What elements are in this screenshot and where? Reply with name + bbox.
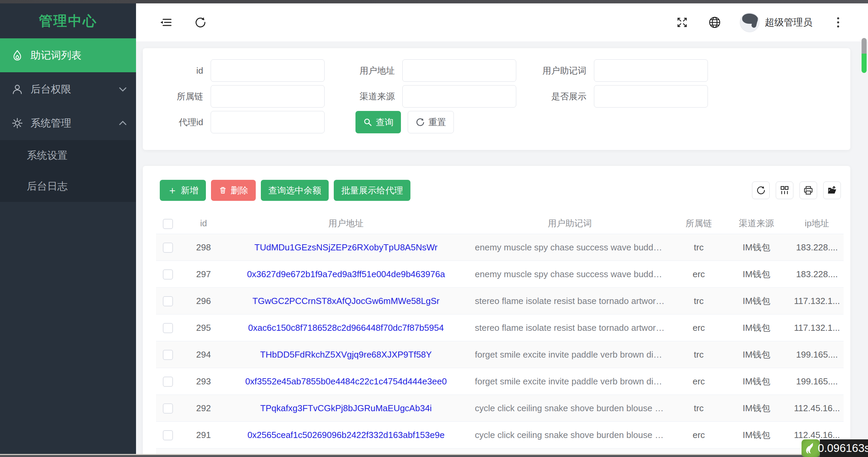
cell-id: 298 [180, 242, 227, 253]
user-address-input[interactable] [402, 59, 516, 82]
cell-channel: IM钱包 [722, 242, 790, 253]
cell-ip: 112.45.16... [790, 403, 844, 414]
query-button[interactable]: 查询 [355, 111, 401, 133]
reset-icon [416, 117, 425, 127]
user-icon [12, 83, 23, 95]
address-link[interactable]: 0x3627d9e672b1f9a7ed9a3ff51e004de9b46397… [247, 269, 445, 279]
cell-id: 291 [180, 430, 227, 440]
row-checkbox[interactable] [163, 269, 173, 280]
chevron-up-icon [118, 119, 127, 127]
scrollbar-thumb-green[interactable] [862, 54, 867, 73]
channel-input[interactable] [402, 85, 516, 108]
chevron-down-icon [118, 85, 127, 93]
reset-button[interactable]: 重置 [408, 111, 454, 133]
query-selected-balance-button[interactable]: 查询选中余额 [261, 180, 329, 201]
cell-ip: 112.45.16... [790, 430, 844, 440]
search-icon [363, 117, 372, 127]
address-link[interactable]: TUdMDu1GEzsNSjZEPz6RXobyTpU8A5NsWr [254, 242, 438, 252]
user-mnemonic-input[interactable] [594, 59, 708, 82]
columns-icon[interactable] [776, 182, 793, 199]
cell-ip: 183.228.... [790, 269, 844, 280]
table-toolbar: ＋ 新增 删除 查询选中余额 批量展示给代理 [143, 166, 850, 201]
address-link[interactable]: 0x2565ceaf1c50269096b2422f332d163abf153e… [247, 430, 444, 440]
address-link[interactable]: TGwGC2PCCrnST8xAfQJocGw6mMWe58LgSr [252, 296, 439, 306]
cell-mnemonic: cycle click ceiling snake shove burden b… [465, 430, 675, 440]
cell-id: 293 [180, 376, 227, 387]
cell-channel: IM钱包 [722, 429, 790, 441]
cell-chain: erc [675, 269, 722, 280]
cell-chain: erc [675, 323, 722, 333]
sidebar-item-label: 助记词列表 [31, 49, 127, 62]
fullscreen-icon[interactable] [675, 16, 689, 29]
avatar[interactable] [740, 13, 759, 32]
agent-id-input[interactable] [211, 111, 325, 133]
cell-id: 295 [180, 323, 227, 333]
row-checkbox[interactable] [163, 430, 173, 440]
app-title: 管理中心 [0, 3, 136, 38]
sidebar-item-mnemonic-list[interactable]: 助记词列表 [0, 38, 136, 72]
row-checkbox[interactable] [163, 377, 173, 387]
address-link[interactable]: THbDD5FdRkchZ5XVgjq9re68XJXP9Tf58Y [260, 349, 432, 360]
cell-channel: IM钱包 [722, 402, 790, 414]
flame-icon [12, 50, 23, 61]
row-checkbox[interactable] [163, 403, 173, 414]
cell-channel: IM钱包 [722, 349, 790, 361]
sidebar-item-backend-permission[interactable]: 后台权限 [0, 72, 136, 106]
row-checkbox[interactable] [163, 243, 173, 253]
kebab-menu-icon[interactable] [831, 16, 845, 29]
header-user-mnemonic: 用户助记词 [465, 217, 675, 229]
cell-ip: 199.165.... [790, 376, 844, 387]
display-input[interactable] [594, 85, 708, 108]
table-row: 292TPqkafxg3FTvCGkPj8bJGRuMaEUgcAb34icyc… [156, 395, 844, 422]
printer-icon[interactable] [799, 182, 817, 199]
delete-button[interactable]: 删除 [211, 180, 256, 201]
sidebar-item-system-settings[interactable]: 系统设置 [0, 140, 136, 171]
page-scrollbar[interactable] [862, 38, 867, 73]
sidebar-item-label: 系统设置 [27, 149, 127, 163]
cell-channel: IM钱包 [722, 268, 790, 280]
field-label-user-address: 用户地址 [341, 65, 402, 77]
sidebar-item-label: 后台日志 [27, 179, 127, 193]
id-input[interactable] [211, 59, 325, 82]
table-row: 2950xac6c150c8f7186528c2d966448f70dc7f87… [156, 315, 844, 341]
cell-mnemonic: stereo flame isolate resist base tornado… [465, 296, 675, 306]
address-link[interactable]: TPqkafxg3FTvCGkPj8bJGRuMaEUgcAb34i [260, 403, 432, 413]
table-body: 298TUdMDu1GEzsNSjZEPz6RXobyTpU8A5NsWrene… [156, 234, 844, 457]
export-icon[interactable] [823, 182, 841, 199]
table-row: 298TUdMDu1GEzsNSjZEPz6RXobyTpU8A5NsWrene… [156, 234, 844, 261]
row-checkbox[interactable] [163, 323, 173, 333]
sidebar-item-system-management[interactable]: 系统管理 [0, 106, 136, 140]
cell-id: 294 [180, 349, 227, 360]
table-refresh-icon[interactable] [752, 182, 770, 199]
address-link[interactable]: 0xac6c150c8f7186528c2d966448f70dc7f87b59… [248, 323, 444, 333]
batch-show-agent-button[interactable]: 批量展示给代理 [334, 180, 410, 201]
header-chain: 所属链 [675, 217, 722, 229]
gear-icon [12, 117, 23, 129]
row-checkbox[interactable] [163, 350, 173, 360]
globe-icon[interactable] [708, 16, 721, 29]
cell-channel: IM钱包 [722, 322, 790, 334]
cell-chain: trc [675, 349, 722, 360]
header-ip: ip地址 [790, 217, 844, 229]
cell-ip: 117.132.1... [790, 296, 844, 306]
header-channel: 渠道来源 [722, 217, 790, 229]
row-checkbox[interactable] [163, 296, 173, 306]
select-all-checkbox[interactable] [163, 219, 173, 229]
cell-id: 292 [180, 403, 227, 414]
add-button[interactable]: ＋ 新增 [160, 180, 206, 201]
field-label-chain: 所属链 [150, 91, 211, 102]
scrollbar-thumb-gray[interactable] [862, 38, 867, 54]
chain-input[interactable] [211, 85, 325, 108]
header-id: id [180, 218, 227, 229]
table-row: 2930xf3552e45ab7855b0e4484c22c1c4754d444… [156, 368, 844, 395]
cell-chain: erc [675, 376, 722, 387]
collapse-menu-icon[interactable] [159, 16, 173, 29]
table-header-row: id 用户地址 用户助记词 所属链 渠道来源 ip地址 [156, 213, 844, 234]
thinkphp-flame-icon [802, 439, 820, 457]
sidebar-item-backend-logs[interactable]: 后台日志 [0, 171, 136, 202]
cell-mnemonic: forget smile excite invite paddle verb b… [465, 349, 675, 360]
address-link[interactable]: 0xf3552e45ab7855b0e4484c22c1c4754d444e3e… [245, 376, 447, 386]
cell-chain: trc [675, 403, 722, 414]
window-bottom-edge [0, 454, 868, 457]
refresh-icon[interactable] [194, 16, 207, 29]
